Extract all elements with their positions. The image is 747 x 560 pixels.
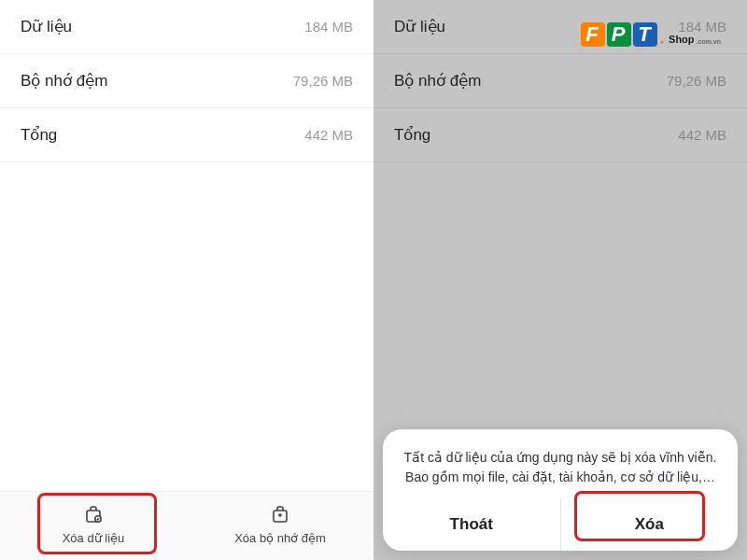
storage-total-value: 442 MB [304, 127, 353, 143]
clear-cache-label: Xóa bộ nhớ đệm [234, 531, 326, 545]
screenshot-right: Dữ liệu 184 MB Bộ nhớ đệm 79,26 MB Tổng … [374, 0, 747, 560]
storage-data-label: Dữ liệu [394, 17, 445, 36]
storage-row-cache[interactable]: Bộ nhớ đệm 79,26 MB [0, 54, 374, 108]
storage-data-value: 184 MB [304, 19, 353, 35]
highlight-box [37, 493, 157, 554]
storage-cache-label: Bộ nhớ đệm [21, 71, 107, 91]
clear-cache-button[interactable]: Xóa bộ nhớ đệm [187, 492, 374, 560]
logo-letter-t: T [633, 22, 656, 47]
storage-row-data[interactable]: Dữ liệu 184 MB [0, 0, 374, 54]
dialog-cancel-button[interactable]: Thoát [383, 498, 560, 551]
logo-domain-text: .com.vn [697, 38, 721, 45]
logo-letter-p: P [607, 22, 632, 47]
storage-total-value: 442 MB [678, 127, 726, 143]
logo-letter-f: F [581, 22, 604, 47]
storage-row-cache[interactable]: Bộ nhớ đệm 79,26 MB [374, 54, 747, 108]
storage-cache-label: Bộ nhớ đệm [394, 71, 481, 91]
trash-cache-icon [269, 503, 291, 525]
fpt-shop-logo: F P T ● Shop .com.vn [581, 22, 721, 47]
storage-total-label: Tổng [21, 125, 57, 145]
highlight-box [574, 491, 705, 541]
storage-cache-value: 79,26 MB [667, 73, 726, 89]
screenshot-left: Dữ liệu 184 MB Bộ nhớ đệm 79,26 MB Tổng … [0, 0, 374, 560]
storage-cache-value: 79,26 MB [293, 73, 353, 89]
logo-shop-text: Shop [669, 34, 695, 45]
dialog-message: Tất cả dữ liệu của ứng dụng này sẽ bị xó… [403, 448, 717, 487]
logo-dot-icon: ● [660, 38, 664, 45]
storage-row-total[interactable]: Tổng 442 MB [374, 108, 747, 162]
storage-total-label: Tổng [394, 125, 430, 145]
storage-data-label: Dữ liệu [21, 17, 72, 36]
storage-row-total[interactable]: Tổng 442 MB [0, 108, 374, 162]
storage-list: Dữ liệu 184 MB Bộ nhớ đệm 79,26 MB Tổng … [0, 0, 374, 162]
